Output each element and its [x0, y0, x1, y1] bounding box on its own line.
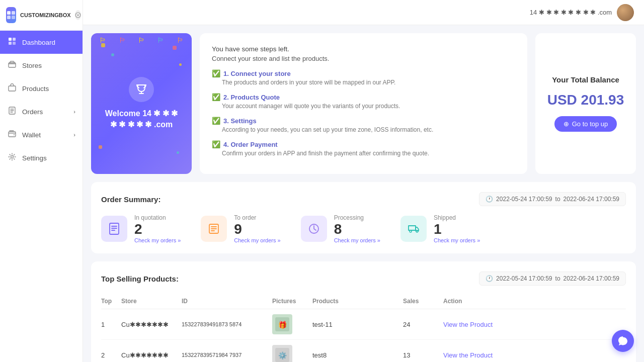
row1-id: 153227839491873 5874 — [182, 321, 272, 327]
top-selling-card: Top Selling Products: 🕐 2022-05-24 17:00… — [91, 261, 636, 362]
topup-label: Go to top up — [572, 120, 608, 128]
svg-point-13 — [14, 134, 15, 135]
svg-rect-7 — [9, 42, 12, 45]
table-row: 1 Cu✱✱✱✱✱✱✱ 153227839491873 5874 🎁 test-… — [101, 309, 626, 340]
svg-rect-12 — [9, 132, 16, 137]
stores-label: Stores — [22, 62, 42, 69]
svg-rect-5 — [9, 38, 12, 41]
step-4-check: ✅ — [212, 140, 220, 148]
stat-number-toorder: 9 — [234, 222, 280, 236]
ts-date-sep: to — [555, 275, 560, 282]
stat-link-toorder[interactable]: Check my orders » — [234, 237, 280, 243]
sidebar-item-products[interactable]: Products — [0, 77, 83, 100]
svg-point-14 — [11, 156, 14, 158]
stat-label-quotation: In quotation — [134, 214, 181, 221]
step-4: ✅ 4. Order Payment Confirm your orders i… — [212, 140, 515, 157]
content-area: 🏳 🏳 🏳 🏳 🏳 — [83, 25, 644, 362]
order-date-range[interactable]: 🕐 2022-05-24 17:00:59 to 2022-06-24 17:0… — [479, 192, 626, 206]
svg-text:⚙️: ⚙️ — [278, 351, 287, 360]
products-table: Top Store ID Pictures Products Sales Act… — [101, 294, 626, 362]
steps-intro: You have some steps left. Connect your s… — [212, 45, 515, 62]
avatar[interactable] — [617, 4, 634, 21]
stat-to-order: To order 9 Check my orders » — [201, 214, 280, 243]
row2-thumb: ⚙️ — [272, 345, 292, 362]
stat-icon-shipped — [400, 216, 427, 242]
stat-details-toorder: To order 9 Check my orders » — [234, 214, 280, 243]
col-store: Store — [121, 298, 182, 305]
svg-point-4 — [75, 13, 80, 18]
svg-rect-3 — [12, 16, 15, 19]
svg-rect-2 — [7, 16, 11, 19]
ts-date-to: 2022-06-24 17:00:59 — [564, 275, 619, 282]
stat-details-processing: Processing 8 Check my orders » — [334, 214, 380, 243]
table-header: Top Store ID Pictures Products Sales Act… — [101, 294, 626, 309]
stat-icon-quotation — [101, 216, 127, 242]
stat-link-quotation[interactable]: Check my orders » — [134, 237, 181, 243]
username-text: 14 ✱ ✱ ✱ ✱ ✱ ✱ ✱ ✱ .com — [530, 9, 612, 16]
row2-action[interactable]: View the Product — [443, 351, 514, 359]
order-stats: In quotation 2 Check my orders » To orde… — [101, 214, 626, 243]
row2-id: 153227839571984 7937 — [182, 352, 272, 358]
row1-sales: 24 — [403, 321, 443, 328]
logo-area: CUSTOMIZINGBOX — [0, 0, 83, 31]
stat-number-shipped: 1 — [434, 222, 480, 236]
stat-icon-toorder — [201, 216, 227, 242]
sidebar-item-stores[interactable]: Stores — [0, 54, 83, 77]
stat-shipped: Shipped 1 Check my orders » — [400, 214, 480, 243]
stores-icon — [7, 60, 17, 70]
chat-button[interactable] — [612, 330, 634, 352]
row1-picture: 🎁 — [272, 314, 312, 334]
row1-action[interactable]: View the Product — [443, 321, 514, 328]
balance-card: Your Total Balance USD 201.93 ⊕ Go to to… — [535, 33, 636, 174]
stat-link-processing[interactable]: Check my orders » — [334, 237, 380, 243]
step-2-check: ✅ — [212, 93, 220, 101]
settings-label: Settings — [22, 154, 47, 162]
products-icon — [7, 83, 17, 94]
sidebar-item-settings[interactable]: Settings — [0, 146, 83, 169]
stat-link-shipped[interactable]: Check my orders » — [434, 237, 480, 243]
svg-rect-8 — [13, 42, 16, 45]
svg-rect-1 — [12, 11, 15, 15]
wallet-label: Wallet — [22, 131, 41, 139]
sidebar-item-orders[interactable]: Orders › — [0, 100, 83, 123]
orders-label: Orders — [22, 108, 43, 116]
welcome-text: Welcome 14 ✱ ✱ ✱ ✱ ✱ ✱ ✱ ✱ .com — [101, 108, 182, 131]
step-2: ✅ 2. Products Quote Your account manager… — [212, 93, 515, 110]
order-summary-title: Order Summary: — [101, 195, 160, 204]
svg-point-18 — [410, 230, 412, 232]
topup-button[interactable]: ⊕ Go to top up — [554, 116, 617, 132]
row1-product: test-11 — [312, 321, 403, 328]
order-date-separator: to — [555, 196, 560, 203]
logo-text: CUSTOMIZINGBOX — [20, 12, 71, 18]
sidebar-item-wallet[interactable]: Wallet › — [0, 123, 83, 146]
stat-details-shipped: Shipped 1 Check my orders » — [434, 214, 480, 243]
sidebar-item-dashboard[interactable]: Dashboard — [0, 31, 83, 54]
logo-icon — [6, 7, 16, 23]
topup-plus-icon: ⊕ — [564, 120, 569, 128]
stat-label-processing: Processing — [334, 214, 380, 221]
step-1-title: ✅ 1. Connect your store — [212, 69, 515, 77]
top-row: 🏳 🏳 🏳 🏳 🏳 — [91, 33, 636, 174]
stat-label-shipped: Shipped — [434, 214, 480, 221]
stat-in-quotation: In quotation 2 Check my orders » — [101, 214, 181, 243]
top-selling-title: Top Selling Products: — [101, 275, 179, 283]
stat-details-quotation: In quotation 2 Check my orders » — [134, 214, 181, 243]
steps-panel: You have some steps left. Connect your s… — [200, 33, 527, 174]
table-row: 2 Cu✱✱✱✱✱✱✱ 153227839571984 7937 ⚙️ test… — [101, 340, 626, 362]
row2-sales: 13 — [403, 351, 443, 359]
stat-number-processing: 8 — [334, 222, 380, 236]
order-summary-card: Order Summary: 🕐 2022-05-24 17:00:59 to … — [91, 182, 636, 253]
row1-thumb: 🎁 — [272, 314, 292, 334]
products-label: Products — [22, 85, 49, 93]
user-info: 14 ✱ ✱ ✱ ✱ ✱ ✱ ✱ ✱ .com — [530, 4, 634, 21]
top-selling-date-range[interactable]: 🕐 2022-05-24 17:00:59 to 2022-06-24 17:0… — [479, 272, 626, 286]
stat-icon-processing — [301, 216, 327, 242]
orders-icon — [7, 107, 17, 117]
notification-badge[interactable] — [75, 10, 81, 20]
svg-text:🎁: 🎁 — [278, 321, 287, 329]
trophy-icon — [129, 77, 154, 102]
row2-picture: ⚙️ — [272, 345, 312, 362]
order-date-to: 2022-06-24 17:00:59 — [564, 196, 619, 203]
svg-point-19 — [416, 230, 418, 232]
calendar-icon-2: 🕐 — [486, 275, 493, 282]
